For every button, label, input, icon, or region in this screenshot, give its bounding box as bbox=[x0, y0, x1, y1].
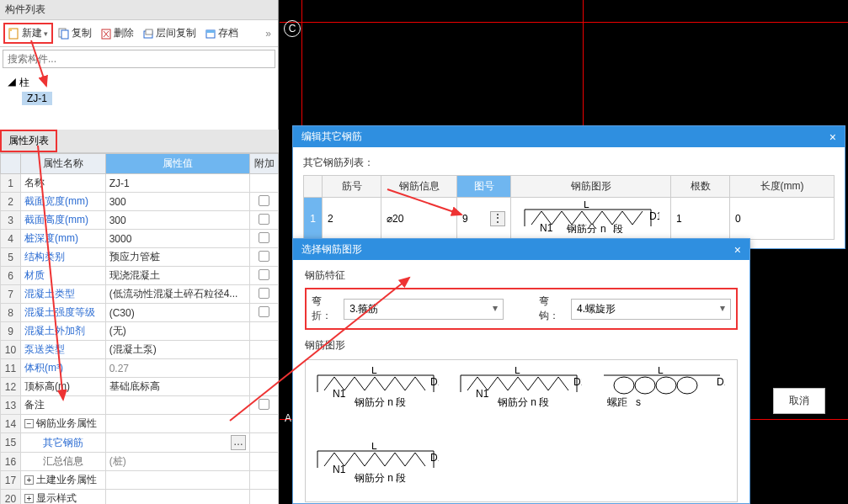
cell-count[interactable]: 1 bbox=[671, 198, 730, 240]
prop-extra[interactable] bbox=[250, 341, 279, 359]
checkbox[interactable] bbox=[259, 251, 269, 262]
archive-button[interactable]: 存档 bbox=[201, 24, 242, 42]
hook-select[interactable]: 4.螺旋形 bbox=[571, 299, 731, 320]
svg-text:n: n bbox=[600, 223, 606, 233]
ellipsis-button[interactable]: … bbox=[231, 435, 246, 450]
cancel-button[interactable]: 取消 bbox=[773, 388, 825, 414]
prop-value[interactable]: 预应力管桩 bbox=[105, 248, 249, 267]
property-row[interactable]: 10泵送类型(混凝土泵) bbox=[1, 341, 279, 359]
cell-info[interactable]: ⌀20 bbox=[381, 198, 457, 240]
prop-name: +土建业务属性 bbox=[21, 471, 106, 490]
checkbox[interactable] bbox=[259, 399, 269, 410]
prop-extra[interactable] bbox=[250, 248, 279, 267]
prop-value[interactable]: (无) bbox=[105, 322, 249, 341]
prop-extra[interactable] bbox=[250, 211, 279, 230]
prop-extra[interactable] bbox=[250, 174, 279, 193]
shape-option[interactable]: LN1D1钢筋分 n 段 bbox=[312, 443, 439, 501]
property-row[interactable]: 20+显示样式 bbox=[1, 490, 279, 505]
shape-option[interactable]: LD1螺距s bbox=[599, 367, 725, 426]
bend-select[interactable]: 3.箍筋 bbox=[344, 299, 504, 320]
property-row[interactable]: 6材质现浇混凝土 bbox=[1, 267, 279, 285]
prop-extra[interactable] bbox=[250, 453, 279, 471]
prop-value[interactable]: 基础底标高 bbox=[105, 378, 249, 396]
prop-value[interactable]: 300 bbox=[105, 193, 249, 211]
checkbox[interactable] bbox=[259, 214, 269, 225]
prop-extra[interactable] bbox=[250, 322, 279, 341]
prop-value[interactable]: 3000 bbox=[105, 230, 249, 248]
cell-code[interactable]: 2 bbox=[323, 198, 381, 240]
cell-figno[interactable]: 9 ⋮ bbox=[457, 198, 511, 240]
expand-icon[interactable]: − bbox=[24, 419, 34, 428]
property-row[interactable]: 11体积(m³)0.27 bbox=[1, 359, 279, 378]
copy-button[interactable]: 复制 bbox=[55, 24, 95, 42]
prop-value[interactable]: (混凝土泵) bbox=[105, 341, 249, 359]
checkbox[interactable] bbox=[259, 269, 269, 280]
dialog-titlebar[interactable]: 选择钢筋图形 × bbox=[293, 239, 749, 260]
prop-value[interactable]: (桩) bbox=[105, 453, 249, 471]
cell-length[interactable]: 0 bbox=[730, 198, 835, 240]
close-icon[interactable]: × bbox=[734, 243, 741, 257]
panel-chevron-icon[interactable]: » bbox=[262, 28, 275, 40]
prop-value[interactable]: ZJ-1 bbox=[105, 174, 249, 193]
prop-extra[interactable] bbox=[250, 193, 279, 211]
figno-picker-button[interactable]: ⋮ bbox=[490, 211, 505, 226]
rebar-row[interactable]: 1 2 ⌀20 9 ⋮ L N1 bbox=[304, 198, 835, 240]
svg-text:N1: N1 bbox=[333, 388, 346, 400]
property-row[interactable]: 14−钢筋业务属性 bbox=[1, 415, 279, 433]
expand-icon[interactable]: + bbox=[24, 475, 34, 485]
prop-extra[interactable] bbox=[250, 490, 279, 505]
prop-value[interactable]: 300 bbox=[105, 211, 249, 230]
prop-extra[interactable] bbox=[250, 359, 279, 378]
shape-grid[interactable]: LN1D1钢筋分 n 段 LN1D1钢筋分 n 段 LD1螺距s LN1D1钢筋… bbox=[305, 359, 738, 502]
prop-extra[interactable] bbox=[250, 433, 279, 453]
prop-value[interactable] bbox=[105, 415, 249, 433]
prop-value[interactable] bbox=[105, 471, 249, 490]
shape-option[interactable]: LN1D1钢筋分 n 段 bbox=[312, 367, 439, 426]
prop-extra[interactable] bbox=[250, 396, 279, 415]
tree-leaf-zj1[interactable]: ZJ-1 bbox=[22, 92, 52, 105]
component-tree[interactable]: ◢ 柱 ZJ-1 bbox=[0, 71, 278, 109]
property-row[interactable]: 13备注 bbox=[1, 396, 279, 415]
prop-value[interactable]: 现浇混凝土 bbox=[105, 267, 249, 285]
prop-value[interactable]: 0.27 bbox=[105, 359, 249, 378]
delete-button[interactable]: 删除 bbox=[97, 24, 137, 42]
checkbox[interactable] bbox=[259, 288, 269, 299]
prop-name: 混凝土类型 bbox=[21, 285, 106, 304]
expand-icon[interactable]: + bbox=[24, 494, 34, 503]
property-row[interactable]: 1名称ZJ-1 bbox=[1, 174, 279, 193]
property-row[interactable]: 12顶标高(m)基础底标高 bbox=[1, 378, 279, 396]
search-input[interactable] bbox=[3, 50, 275, 68]
prop-extra[interactable] bbox=[250, 267, 279, 285]
checkbox[interactable] bbox=[259, 306, 269, 317]
close-icon[interactable]: × bbox=[829, 130, 836, 144]
prop-extra[interactable] bbox=[250, 378, 279, 396]
checkbox[interactable] bbox=[259, 232, 269, 243]
property-row[interactable]: 15其它钢筋… bbox=[1, 433, 279, 453]
tree-root[interactable]: ◢ 柱 bbox=[7, 74, 271, 92]
property-row[interactable]: 8混凝土强度等级(C30) bbox=[1, 304, 279, 322]
property-row[interactable]: 2截面宽度(mm)300 bbox=[1, 193, 279, 211]
prop-value[interactable]: (C30) bbox=[105, 304, 249, 322]
property-row[interactable]: 5结构类别预应力管桩 bbox=[1, 248, 279, 267]
property-row[interactable]: 16汇总信息(桩) bbox=[1, 453, 279, 471]
prop-extra[interactable] bbox=[250, 304, 279, 322]
property-row[interactable]: 9混凝土外加剂(无) bbox=[1, 322, 279, 341]
checkbox[interactable] bbox=[259, 195, 269, 206]
prop-extra[interactable] bbox=[250, 415, 279, 433]
col-figno[interactable]: 图号 bbox=[457, 176, 511, 198]
prop-value[interactable]: (低流动性混凝土碎石粒径4... bbox=[105, 285, 249, 304]
prop-extra[interactable] bbox=[250, 285, 279, 304]
prop-value[interactable] bbox=[105, 490, 249, 505]
prop-extra[interactable] bbox=[250, 230, 279, 248]
prop-value[interactable] bbox=[105, 396, 249, 415]
dialog-titlebar[interactable]: 编辑其它钢筋 × bbox=[293, 126, 845, 147]
shape-option[interactable]: LN1D1钢筋分 n 段 bbox=[456, 367, 582, 426]
prop-value[interactable]: … bbox=[105, 433, 249, 453]
layer-copy-button[interactable]: 层间复制 bbox=[139, 24, 200, 42]
prop-extra[interactable] bbox=[250, 471, 279, 490]
property-row[interactable]: 3截面高度(mm)300 bbox=[1, 211, 279, 230]
new-button[interactable]: 新建 ▾ bbox=[3, 23, 53, 44]
property-row[interactable]: 4桩深度(mm)3000 bbox=[1, 230, 279, 248]
property-row[interactable]: 17+土建业务属性 bbox=[1, 471, 279, 490]
property-row[interactable]: 7混凝土类型(低流动性混凝土碎石粒径4... bbox=[1, 285, 279, 304]
